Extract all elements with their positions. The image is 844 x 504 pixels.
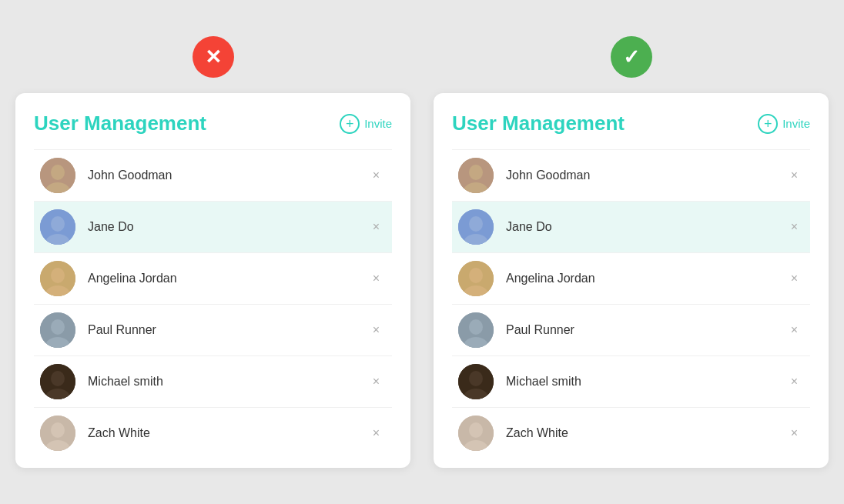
- remove-button-bad-john[interactable]: ×: [367, 166, 386, 185]
- avatar-bad-zach: [40, 416, 75, 451]
- svg-point-10: [51, 319, 65, 335]
- invite-label-bad: Invite: [364, 117, 392, 130]
- card-title-bad: User Management: [34, 112, 206, 135]
- panels-row: ✕User Management+Invite John Goodman× Ja…: [15, 36, 829, 468]
- user-name-good-angelina: Angelina Jordan: [506, 272, 785, 285]
- user-name-good-jane: Jane Do: [506, 220, 785, 234]
- remove-button-good-jane[interactable]: ×: [785, 218, 804, 236]
- card-title-good: User Management: [452, 112, 625, 135]
- remove-button-good-john[interactable]: ×: [785, 166, 804, 185]
- user-name-good-zach: Zach White: [506, 426, 785, 440]
- user-item-bad-paul: Paul Runner×: [34, 304, 392, 355]
- user-name-good-michael: Michael smith: [506, 375, 785, 389]
- user-name-bad-michael: Michael smith: [88, 375, 367, 389]
- indicator-good: ✓: [611, 36, 652, 78]
- svg-point-1: [51, 165, 65, 180]
- remove-button-bad-paul[interactable]: ×: [367, 321, 386, 339]
- user-item-bad-john: John Goodman×: [34, 149, 392, 201]
- remove-button-good-angelina[interactable]: ×: [785, 269, 804, 288]
- invite-label-good: Invite: [782, 117, 810, 130]
- user-name-good-john: John Goodman: [506, 169, 785, 182]
- svg-point-7: [51, 268, 65, 283]
- user-item-good-jane: Jane Do×: [452, 201, 810, 252]
- avatar-bad-angelina: [40, 261, 75, 296]
- avatar-good-zach: [458, 416, 494, 451]
- page-wrapper: ✕User Management+Invite John Goodman× Ja…: [0, 21, 844, 483]
- svg-point-13: [51, 371, 65, 386]
- user-name-bad-john: John Goodman: [88, 169, 367, 182]
- user-name-bad-paul: Paul Runner: [88, 323, 367, 337]
- remove-button-bad-jane[interactable]: ×: [367, 218, 386, 236]
- svg-point-22: [469, 216, 483, 232]
- remove-button-bad-angelina[interactable]: ×: [367, 269, 386, 288]
- svg-point-31: [469, 371, 483, 386]
- user-list-bad: John Goodman× Jane Do× Angelina Jordan× …: [34, 149, 392, 459]
- avatar-good-jane: [458, 209, 494, 245]
- user-item-bad-angelina: Angelina Jordan×: [34, 252, 392, 304]
- panel-col-bad: ✕User Management+Invite John Goodman× Ja…: [15, 36, 410, 468]
- card-good: User Management+Invite John Goodman× Jan…: [434, 93, 829, 468]
- avatar-bad-michael: [40, 364, 75, 399]
- svg-point-28: [469, 319, 483, 335]
- remove-button-good-paul[interactable]: ×: [785, 321, 804, 339]
- user-name-bad-zach: Zach White: [88, 426, 367, 440]
- avatar-good-paul: [458, 312, 494, 348]
- remove-button-bad-michael[interactable]: ×: [367, 372, 386, 391]
- user-item-good-angelina: Angelina Jordan×: [452, 252, 810, 304]
- svg-point-16: [51, 422, 65, 438]
- avatar-good-angelina: [458, 261, 494, 296]
- user-item-good-zach: Zach White×: [452, 407, 810, 459]
- invite-plus-icon-good: +: [758, 114, 778, 134]
- svg-point-19: [469, 165, 483, 180]
- avatar-bad-john: [40, 158, 75, 193]
- card-header-good: User Management+Invite: [452, 112, 810, 135]
- panel-col-good: ✓User Management+Invite John Goodman× Ja…: [434, 36, 829, 468]
- remove-button-bad-zach[interactable]: ×: [367, 424, 386, 442]
- invite-button-bad[interactable]: +Invite: [340, 114, 392, 134]
- avatar-good-john: [458, 158, 494, 193]
- user-item-good-paul: Paul Runner×: [452, 304, 810, 355]
- user-item-bad-zach: Zach White×: [34, 407, 392, 459]
- remove-button-good-zach[interactable]: ×: [785, 424, 804, 442]
- user-item-good-michael: Michael smith×: [452, 355, 810, 407]
- svg-point-25: [469, 268, 483, 283]
- user-item-good-john: John Goodman×: [452, 149, 810, 201]
- svg-point-34: [469, 422, 483, 438]
- avatar-bad-jane: [40, 209, 75, 245]
- avatar-bad-paul: [40, 312, 75, 348]
- user-item-bad-michael: Michael smith×: [34, 355, 392, 407]
- invite-button-good[interactable]: +Invite: [758, 114, 810, 134]
- user-name-bad-jane: Jane Do: [88, 220, 367, 234]
- svg-point-4: [51, 216, 65, 232]
- card-bad: User Management+Invite John Goodman× Jan…: [15, 93, 410, 468]
- user-list-good: John Goodman× Jane Do× Angelina Jordan× …: [452, 149, 810, 459]
- indicator-icon-good: ✓: [623, 47, 640, 67]
- card-header-bad: User Management+Invite: [34, 112, 392, 135]
- indicator-bad: ✕: [193, 36, 234, 78]
- invite-plus-icon-bad: +: [340, 114, 360, 134]
- user-name-good-paul: Paul Runner: [506, 323, 785, 337]
- remove-button-good-michael[interactable]: ×: [785, 372, 804, 391]
- user-name-bad-angelina: Angelina Jordan: [88, 272, 367, 285]
- user-item-bad-jane: Jane Do×: [34, 201, 392, 252]
- indicator-icon-bad: ✕: [205, 47, 222, 67]
- avatar-good-michael: [458, 364, 494, 399]
